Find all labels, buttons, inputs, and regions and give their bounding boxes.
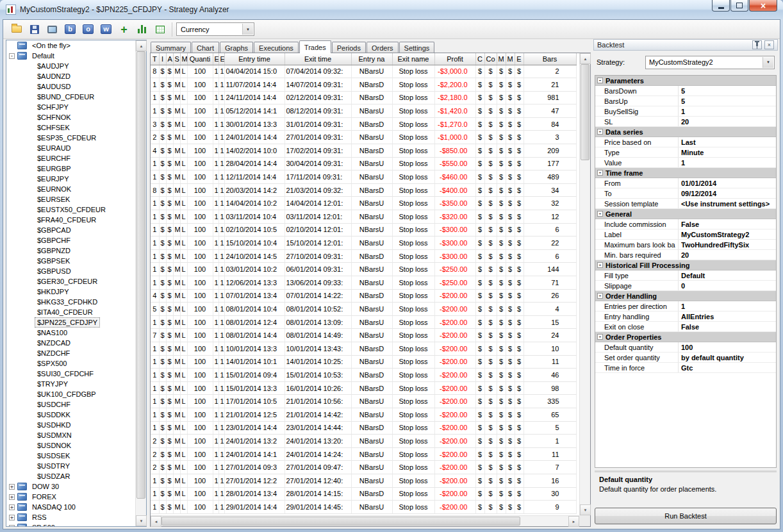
property-fill-type[interactable]: Fill typeDefault xyxy=(595,270,776,281)
tree-item-fra40-cfdeur[interactable]: $FRA40_CFDEUR xyxy=(6,215,135,225)
run-backtest-button[interactable]: Run Backtest xyxy=(595,508,777,524)
property-price-based-on[interactable]: Price based onLast xyxy=(595,137,776,147)
property-set-order-quantity[interactable]: Set order quantityby default quantity xyxy=(595,353,776,363)
column-header-e-7[interactable]: E xyxy=(218,53,224,65)
tree-item-spx500[interactable]: $SPX500 xyxy=(6,358,135,369)
category-order-handling[interactable]: -Order Handling xyxy=(595,291,776,301)
column-header-co-14[interactable]: Co xyxy=(484,53,497,65)
tab-chart[interactable]: Chart xyxy=(192,42,219,53)
column-header-quanti-5[interactable]: Quanti xyxy=(187,53,213,65)
trades-vertical-scrollbar[interactable]: ▲ ▼ xyxy=(579,53,590,515)
tree-item-dow-30[interactable]: +DOW 30 xyxy=(6,481,135,492)
trade-row[interactable]: 1$$ML1001124/11/2014 14:402/12/2014 09:3… xyxy=(151,91,576,104)
tab-executions[interactable]: Executions xyxy=(254,42,299,53)
tree-item-nzdcad[interactable]: $NZDCAD xyxy=(6,338,135,348)
column-header-i-1[interactable]: I xyxy=(159,53,166,65)
trade-row[interactable]: 2$$ML1001124/01/2014 14:124/01/2014 14:2… xyxy=(151,447,576,461)
property-session-template[interactable]: Session template<Use instrument settings… xyxy=(595,199,776,209)
property-label[interactable]: LabelMyCustomStrategy2 xyxy=(595,229,776,240)
property-min-bars-required[interactable]: Min. bars required20 xyxy=(595,250,776,260)
trade-row[interactable]: 1$$ML1001129/01/2014 14:429/01/2014 14:4… xyxy=(151,501,576,514)
scroll-right-icon[interactable]: ► xyxy=(568,516,579,527)
column-header-t-0[interactable]: T xyxy=(151,53,159,65)
scroll-left-icon[interactable]: ◄ xyxy=(151,516,161,527)
expand-icon[interactable]: + xyxy=(9,515,15,520)
expand-icon[interactable]: + xyxy=(9,525,15,527)
property-to[interactable]: To09/12/2014 xyxy=(595,188,776,199)
tree-scrollbar[interactable]: ▲ ▼ xyxy=(135,40,146,526)
export-button[interactable] xyxy=(152,22,168,37)
trade-row[interactable]: 1$$ML1001128/01/2014 13:428/01/2014 14:1… xyxy=(151,487,576,501)
tree-item-eurchf[interactable]: $EURCHF xyxy=(6,153,135,163)
trade-row[interactable]: 2$$ML1001124/01/2014 14:427/01/2014 09:3… xyxy=(151,131,576,144)
category-historical-fill-processing[interactable]: -Historical Fill Processing xyxy=(595,260,776,270)
close-button[interactable]: × xyxy=(749,0,777,12)
column-header-exit-time-9[interactable]: Exit time xyxy=(284,53,351,65)
trade-row[interactable]: 1$$ML1001115/01/2014 13:316/01/2014 10:2… xyxy=(151,381,576,395)
tree-item-sui30-cfdchf[interactable]: $SUI30_CFDCHF xyxy=(6,369,135,379)
tree-item-gbpsek[interactable]: $GBPSEK xyxy=(6,256,135,266)
expand-icon[interactable]: + xyxy=(9,484,15,490)
tree-item-usddkk[interactable]: $USDDKK xyxy=(6,410,135,420)
column-header-m-4[interactable]: M xyxy=(180,53,187,65)
column-header-e-6[interactable]: E xyxy=(213,53,218,65)
tree-item-usdzar[interactable]: $USDZAR xyxy=(6,471,135,481)
category-general[interactable]: -General xyxy=(595,209,776,219)
tab-orders[interactable]: Orders xyxy=(367,42,399,53)
trades-horizontal-scrollbar[interactable]: ◄ ► xyxy=(151,515,579,526)
property-include-commission[interactable]: Include commissionFalse xyxy=(595,219,776,229)
category-parameters[interactable]: -Parameters xyxy=(595,76,776,86)
strategy-dropdown[interactable]: MyCustomStrategy2 ▼ xyxy=(645,56,775,69)
column-header-a-2[interactable]: A xyxy=(166,53,173,65)
trade-row[interactable]: 1$$ML1001124/10/2014 14:527/10/2014 09:3… xyxy=(151,249,576,263)
column-header-bars-18[interactable]: Bars xyxy=(523,53,576,65)
tree-item-eurjpy[interactable]: $EURJPY xyxy=(6,174,135,184)
expand-icon[interactable]: + xyxy=(9,504,15,510)
property-type[interactable]: TypeMinute xyxy=(595,147,776,158)
tree-item-default[interactable]: -Default xyxy=(6,51,135,61)
trade-row[interactable]: 1$$ML1001112/11/2014 14:417/11/2014 09:3… xyxy=(151,170,576,184)
trade-row[interactable]: 1$$ML1001114/01/2014 10:114/01/2014 10:2… xyxy=(151,355,576,369)
tree-item-usdsek[interactable]: $USDSEK xyxy=(6,451,135,461)
trade-row[interactable]: 4$$ML1001107/01/2014 13:407/01/2014 14:2… xyxy=(151,289,576,303)
scroll-up-icon[interactable]: ▲ xyxy=(580,53,591,64)
trade-row[interactable]: 1$$ML1001105/12/2014 14:108/12/2014 09:3… xyxy=(151,104,576,118)
collapse-icon[interactable]: - xyxy=(597,293,603,299)
tree-item-audjpy[interactable]: $AUDJPY xyxy=(6,61,135,71)
tree-item-nas100[interactable]: $NAS100 xyxy=(6,328,135,338)
column-header-exit-name-11[interactable]: Exit name xyxy=(392,53,434,65)
tab-graphs[interactable]: Graphs xyxy=(220,42,253,53)
chart-button[interactable] xyxy=(134,22,150,37)
collapse-icon[interactable]: - xyxy=(597,129,603,135)
category-order-properties[interactable]: -Order Properties xyxy=(595,332,776,342)
tree-item-audusd[interactable]: $AUDUSD xyxy=(6,81,135,92)
trade-row[interactable]: 1$$ML1001103/11/2014 10:403/11/2014 12:0… xyxy=(151,210,576,224)
property-barsdown[interactable]: BarsDown5 xyxy=(595,86,776,96)
tree-item-gbpnzd[interactable]: $GBPNZD xyxy=(6,245,135,256)
property-slippage[interactable]: Slippage0 xyxy=(595,281,776,291)
tree-item-uk100-cfdgbp[interactable]: $UK100_CFDGBP xyxy=(6,389,135,399)
tree-item-chfnok[interactable]: $CHFNOK xyxy=(6,112,135,122)
tree-item-tryjpy[interactable]: $TRYJPY xyxy=(6,379,135,389)
tree-item-usdtry[interactable]: $USDTRY xyxy=(6,461,135,471)
tree-item-chfjpy[interactable]: $CHFJPY xyxy=(6,102,135,112)
column-header-e-17[interactable]: E xyxy=(515,53,523,65)
tree-item-rss[interactable]: +RSS xyxy=(6,512,135,522)
collapse-icon[interactable]: - xyxy=(9,53,15,59)
tree-item-chfsek[interactable]: $CHFSEK xyxy=(6,122,135,133)
currency-dropdown[interactable]: Currency ▼ xyxy=(176,22,254,36)
scrollbar-thumb[interactable] xyxy=(161,517,520,526)
scroll-down-icon[interactable]: ▼ xyxy=(580,504,591,515)
trade-row[interactable]: 1$$ML1001110/01/2014 13:310/01/2014 13:4… xyxy=(151,342,576,355)
collapse-icon[interactable]: - xyxy=(597,262,603,268)
column-header-entry-na-10[interactable]: Entry na xyxy=(351,53,392,65)
pin-button[interactable] xyxy=(752,40,762,49)
walkforward-mode-button[interactable]: w xyxy=(98,22,114,37)
trade-row[interactable]: 1$$ML1001127/01/2014 12:227/01/2014 12:4… xyxy=(151,474,576,487)
display-button[interactable] xyxy=(44,22,60,37)
trade-row[interactable]: 8$$ML1001120/03/2014 14:221/03/2014 09:3… xyxy=(151,183,576,197)
property-entries-per-direction[interactable]: Entries per direction1 xyxy=(595,301,776,312)
tree-item-gbpchf[interactable]: $GBPCHF xyxy=(6,235,135,245)
minimize-button[interactable] xyxy=(712,0,730,12)
column-header-m-16[interactable]: M xyxy=(506,53,515,65)
